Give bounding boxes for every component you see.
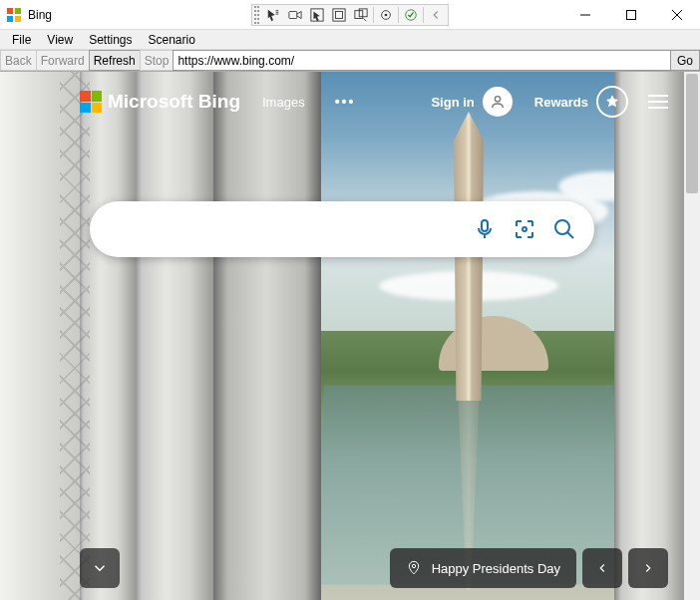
refresh-button[interactable]: Refresh [89, 50, 141, 71]
menubar: File View Settings Scenario [0, 30, 700, 50]
image-search-icon[interactable] [513, 217, 536, 241]
minimize-button[interactable] [562, 0, 608, 30]
svg-point-19 [523, 227, 526, 231]
bottom-bar: Happy Presidents Day [0, 548, 684, 588]
svg-rect-14 [627, 10, 636, 19]
address-bar[interactable] [173, 50, 671, 71]
menu-file[interactable]: File [4, 31, 39, 49]
svg-point-11 [385, 13, 388, 16]
svg-line-21 [567, 232, 573, 238]
bing-header: Microsoft Bing Images ••• Sign in Reward… [0, 72, 684, 132]
svg-rect-4 [289, 11, 297, 18]
rewards-link[interactable]: Rewards [534, 86, 628, 118]
menu-scenario[interactable]: Scenario [141, 31, 203, 49]
tool-target-icon[interactable] [376, 6, 396, 24]
bing-logo[interactable]: Microsoft Bing [80, 91, 240, 113]
svg-rect-7 [336, 11, 343, 18]
svg-point-17 [495, 97, 500, 102]
tool-cursor-icon[interactable] [263, 6, 283, 24]
svg-rect-2 [7, 16, 13, 22]
browser-viewport: Microsoft Bing Images ••• Sign in Reward… [0, 72, 700, 600]
stop-button[interactable]: Stop [140, 50, 175, 71]
search-icon[interactable] [552, 217, 576, 241]
image-headline: Happy Presidents Day [432, 561, 560, 576]
image-info[interactable]: Happy Presidents Day [390, 548, 576, 588]
scrollbar-thumb[interactable] [686, 74, 698, 193]
hamburger-menu-icon[interactable] [648, 95, 668, 109]
rewards-badge-icon [596, 86, 628, 118]
menu-settings[interactable]: Settings [81, 31, 140, 49]
location-pin-icon [406, 560, 422, 576]
tool-box-icon[interactable] [329, 6, 349, 24]
search-box [90, 201, 594, 257]
close-button[interactable] [654, 0, 700, 30]
go-button[interactable]: Go [670, 50, 700, 71]
svg-rect-6 [333, 8, 345, 20]
tool-collapse-icon[interactable] [426, 6, 446, 24]
toolstrip-grip[interactable] [254, 6, 259, 24]
signin-link[interactable]: Sign in [431, 87, 512, 117]
browser-navbar: Back Forward Refresh Stop Go [0, 50, 700, 72]
images-link[interactable]: Images [262, 95, 305, 110]
window-title: Bing [28, 8, 52, 22]
expand-button[interactable] [80, 548, 120, 588]
svg-rect-0 [7, 8, 13, 14]
voice-search-icon[interactable] [473, 217, 497, 241]
tool-pick-icon[interactable] [307, 6, 327, 24]
menu-view[interactable]: View [39, 31, 81, 49]
background-image [0, 72, 700, 600]
prev-image-button[interactable] [582, 548, 622, 588]
back-button[interactable]: Back [0, 50, 37, 71]
search-input[interactable] [112, 220, 473, 238]
svg-point-22 [412, 564, 415, 567]
svg-rect-18 [482, 220, 488, 231]
next-image-button[interactable] [628, 548, 668, 588]
tool-boxes-icon[interactable] [351, 6, 371, 24]
microsoft-logo-icon [80, 91, 102, 113]
avatar-icon [483, 87, 513, 117]
svg-point-20 [555, 220, 569, 234]
window-buttons [562, 0, 700, 30]
signin-label: Sign in [431, 95, 474, 110]
tool-check-icon[interactable] [401, 6, 421, 24]
more-menu-icon[interactable]: ••• [335, 94, 356, 110]
tool-record-icon[interactable] [285, 6, 305, 24]
debug-toolstrip [251, 4, 449, 26]
app-icon [6, 7, 22, 23]
maximize-button[interactable] [608, 0, 654, 30]
svg-rect-1 [15, 8, 21, 14]
brand-text: Microsoft Bing [108, 91, 240, 113]
vertical-scrollbar[interactable] [684, 72, 700, 600]
svg-rect-3 [15, 16, 21, 22]
rewards-label: Rewards [534, 95, 588, 110]
forward-button[interactable]: Forward [36, 50, 90, 71]
window-titlebar: Bing [0, 0, 700, 30]
